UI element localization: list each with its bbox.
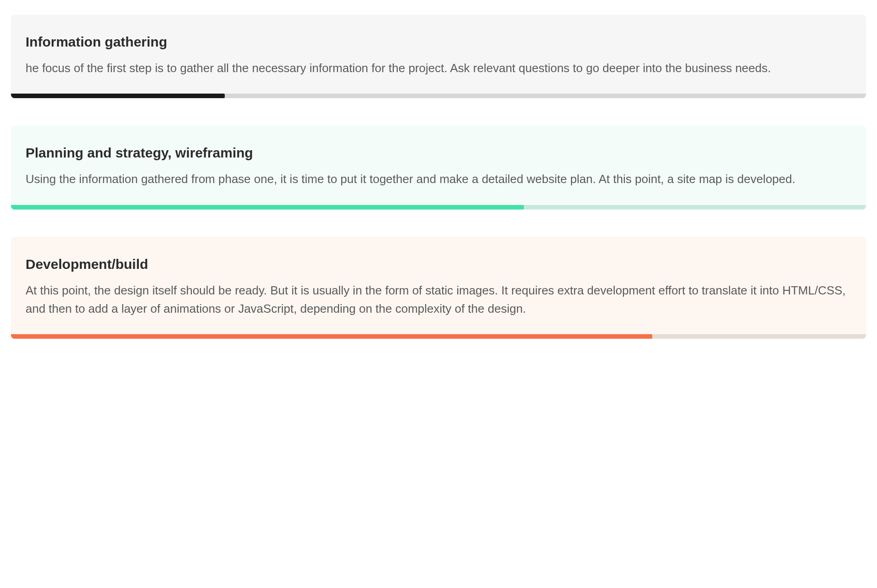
progress-fill bbox=[11, 94, 225, 98]
progress-bar bbox=[11, 94, 866, 98]
progress-bar bbox=[11, 334, 866, 339]
card-description: he focus of the first step is to gather … bbox=[26, 59, 851, 77]
card-information-gathering: Information gathering he focus of the fi… bbox=[11, 15, 866, 98]
card-development-build: Development/build At this point, the des… bbox=[11, 237, 866, 339]
card-description: Using the information gathered from phas… bbox=[26, 170, 851, 188]
card-planning-strategy: Planning and strategy, wireframing Using… bbox=[11, 126, 866, 209]
progress-fill bbox=[11, 205, 524, 210]
card-title: Information gathering bbox=[26, 33, 851, 51]
card-description: At this point, the design itself should … bbox=[26, 281, 851, 318]
card-title: Planning and strategy, wireframing bbox=[26, 144, 851, 162]
progress-fill bbox=[11, 334, 652, 339]
card-title: Development/build bbox=[26, 255, 851, 273]
progress-bar bbox=[11, 205, 866, 210]
